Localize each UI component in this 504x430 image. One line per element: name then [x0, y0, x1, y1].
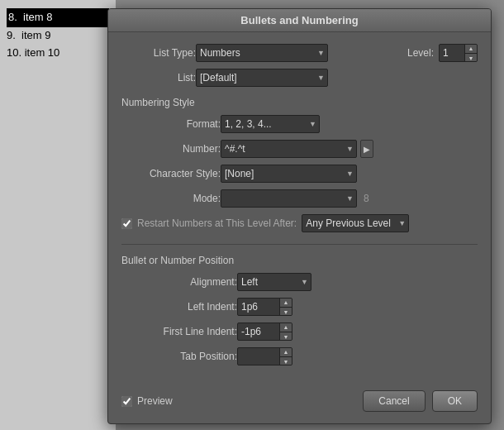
tab-position-label: Tab Position:	[121, 351, 237, 362]
alignment-row: Alignment: Left ▼	[121, 273, 478, 291]
format-row: Format: 1, 2, 3, 4... ▼	[121, 115, 478, 133]
character-style-select[interactable]: [None]	[221, 165, 357, 183]
level-up-button[interactable]: ▲	[465, 44, 477, 53]
level-input[interactable]: 1	[440, 45, 464, 61]
alignment-select[interactable]: Left	[237, 273, 311, 291]
tab-position-up-button[interactable]: ▲	[280, 347, 292, 356]
level-spinner[interactable]: 1 ▲ ▼	[439, 44, 478, 62]
list-type-row: List Type: Numbers ▼ Level: 1 ▲ ▼	[121, 44, 478, 62]
number-input-group: ^#.^t ▼ ▶	[221, 140, 373, 158]
format-select-wrapper: 1, 2, 3, 4... ▼	[221, 115, 320, 133]
format-select[interactable]: 1, 2, 3, 4...	[221, 115, 320, 133]
mode-select[interactable]	[221, 189, 357, 208]
list-item: 9. item 9	[7, 27, 109, 45]
left-indent-spinner[interactable]: ▲ ▼	[237, 298, 292, 316]
mode-select-wrapper: ▼	[221, 189, 357, 208]
list-type-select-wrapper: Numbers ▼	[196, 44, 328, 62]
dialog-body: List Type: Numbers ▼ Level: 1 ▲ ▼	[108, 32, 491, 382]
separator	[121, 244, 478, 245]
list-select-wrapper: [Default] ▼	[196, 69, 328, 87]
dialog-titlebar: Bullets and Numbering	[108, 9, 491, 32]
first-line-indent-down-button[interactable]: ▼	[280, 332, 292, 341]
bullets-numbering-dialog: Bullets and Numbering List Type: Numbers…	[107, 8, 492, 424]
tab-position-input[interactable]	[238, 348, 279, 365]
mode-number: 8	[364, 193, 369, 204]
document-area: 8. item 8 9. item 9 10. item 10	[0, 0, 116, 430]
character-style-label: Character Style:	[121, 168, 221, 179]
restart-numbers-checkbox[interactable]	[121, 218, 132, 229]
mode-label: Mode:	[121, 193, 221, 204]
mode-row: Mode: ▼ 8	[121, 189, 478, 208]
left-indent-label: Left Indent:	[121, 301, 237, 313]
number-label: Number:	[121, 143, 221, 155]
doc-list: 8. item 8 9. item 9 10. item 10	[7, 8, 109, 61]
first-line-indent-spinner-buttons: ▲ ▼	[279, 322, 292, 341]
restart-numbers-label: Restart Numbers at This Level After:	[137, 217, 297, 229]
level-group: Level: 1 ▲ ▼	[407, 44, 478, 62]
number-row: Number: ^#.^t ▼ ▶	[121, 140, 478, 158]
tab-position-down-button[interactable]: ▼	[280, 356, 292, 366]
number-select[interactable]: ^#.^t	[221, 140, 357, 158]
list-item: 10. item 10	[7, 45, 109, 62]
first-line-indent-label: First Line Indent:	[121, 326, 237, 337]
list-type-label: List Type:	[121, 47, 196, 59]
character-style-row: Character Style: [None] ▼	[121, 165, 478, 183]
left-indent-input[interactable]	[238, 299, 279, 315]
tab-position-row: Tab Position: ▲ ▼	[121, 347, 478, 366]
level-down-button[interactable]: ▼	[465, 53, 477, 62]
restart-after-select-wrapper: Any Previous Level ▼	[302, 214, 409, 232]
tab-position-spinner[interactable]: ▲ ▼	[237, 347, 292, 366]
preview-label: Preview	[137, 395, 173, 407]
preview-checkbox[interactable]	[121, 396, 132, 407]
list-type-select[interactable]: Numbers	[196, 44, 328, 62]
button-group: Cancel OK	[363, 390, 478, 412]
cancel-button[interactable]: Cancel	[363, 390, 425, 412]
list-row: List: [Default] ▼	[121, 69, 478, 87]
left-indent-down-button[interactable]: ▼	[280, 307, 292, 316]
screen-background: 8. item 8 9. item 9 10. item 10 Bullets …	[0, 0, 504, 430]
tab-position-spinner-buttons: ▲ ▼	[279, 347, 292, 366]
alignment-label: Alignment:	[121, 276, 237, 288]
left-indent-row: Left Indent: ▲ ▼	[121, 298, 478, 316]
position-title: Bullet or Number Position	[121, 255, 478, 266]
format-label: Format:	[121, 118, 221, 130]
dialog-footer: Preview Cancel OK	[108, 382, 491, 423]
level-label: Level:	[407, 47, 434, 59]
restart-after-select[interactable]: Any Previous Level	[302, 214, 409, 232]
right-arrow-icon: ▶	[364, 145, 370, 154]
first-line-indent-spinner[interactable]: ▲ ▼	[237, 322, 292, 341]
number-select-wrapper: ^#.^t ▼	[221, 140, 357, 158]
preview-row: Preview	[121, 395, 173, 407]
level-spinner-buttons: ▲ ▼	[464, 44, 477, 62]
list-select[interactable]: [Default]	[196, 69, 328, 87]
dialog-title: Bullets and Numbering	[240, 14, 358, 26]
first-line-indent-input[interactable]	[238, 323, 279, 340]
left-indent-spinner-buttons: ▲ ▼	[279, 298, 292, 316]
numbering-style-title: Numbering Style	[121, 97, 478, 108]
list-label: List:	[121, 72, 196, 84]
restart-numbers-row: Restart Numbers at This Level After: Any…	[121, 214, 478, 232]
left-indent-up-button[interactable]: ▲	[280, 298, 292, 307]
alignment-select-wrapper: Left ▼	[237, 273, 311, 291]
first-line-indent-up-button[interactable]: ▲	[280, 322, 292, 332]
first-line-indent-row: First Line Indent: ▲ ▼	[121, 322, 478, 341]
ok-button[interactable]: OK	[432, 390, 478, 412]
list-item: 8. item 8	[7, 8, 109, 27]
character-style-select-wrapper: [None] ▼	[221, 165, 357, 183]
number-insert-button[interactable]: ▶	[360, 140, 373, 158]
